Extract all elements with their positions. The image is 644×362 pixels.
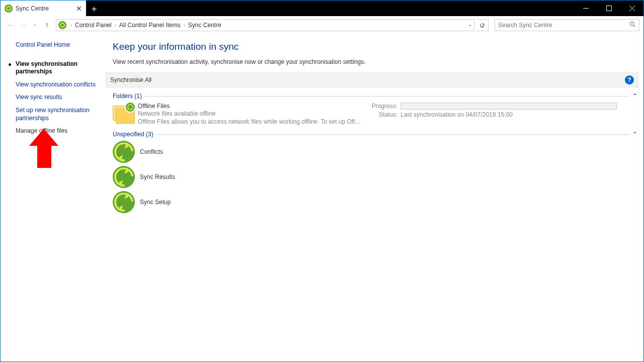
maximize-button[interactable] <box>597 1 620 16</box>
chevron-right-icon: › <box>182 23 187 28</box>
address-bar[interactable]: › Control Panel › All Control Panel Item… <box>56 19 474 31</box>
progress-label: Progress: <box>369 103 397 110</box>
content-panel: Keep your information in sync View recen… <box>101 34 643 361</box>
item-title: Offline Files <box>138 103 369 110</box>
svg-point-4 <box>630 22 634 26</box>
search-box[interactable] <box>495 19 639 31</box>
breadcrumb-item[interactable]: Control Panel <box>74 22 113 29</box>
address-row: ← → ▾ ↑ › Control Panel › All Control Pa… <box>1 16 643 34</box>
up-button[interactable]: ↑ <box>42 20 52 30</box>
sync-icon <box>113 166 135 188</box>
address-dropdown-icon[interactable]: ⌄ <box>468 22 472 27</box>
sync-icon <box>5 5 13 13</box>
group-header-unspecified: Unspecified (3) ⌃ <box>113 131 637 138</box>
sync-item-offline-files[interactable]: Offline Files Network files available of… <box>113 103 637 126</box>
help-icon[interactable]: ? <box>625 75 634 84</box>
back-button[interactable]: ← <box>6 20 16 30</box>
item-title: Sync Results <box>140 173 175 180</box>
item-description: Offline Files allows you to access netwo… <box>138 118 369 126</box>
sidebar-item-conflicts[interactable]: View synchronisation conflicts <box>9 81 97 89</box>
window-controls <box>574 1 643 16</box>
collapse-icon[interactable]: ⌃ <box>629 131 637 138</box>
close-window-button[interactable] <box>620 1 643 16</box>
chevron-right-icon: › <box>113 23 118 28</box>
toolbar: Synchronise All ? <box>106 72 638 87</box>
annotation-arrow <box>29 129 59 171</box>
synchronise-all-button[interactable]: Synchronise All <box>110 76 151 83</box>
status-value: Last synchronisation on 04/07/2019 15:00 <box>400 111 637 118</box>
divider <box>155 134 629 135</box>
minimize-button[interactable] <box>574 1 597 16</box>
titlebar: Sync Centre ✕ ＋ <box>1 1 643 16</box>
svg-rect-1 <box>606 6 611 11</box>
close-tab-icon[interactable]: ✕ <box>76 5 82 13</box>
sync-icon <box>113 141 135 163</box>
recent-locations-button[interactable]: ▾ <box>30 20 40 30</box>
sidebar-item-partnerships[interactable]: View synchronisation partnerships <box>9 60 97 76</box>
sync-item-setup[interactable]: Sync Setup <box>113 191 637 213</box>
forward-button[interactable]: → <box>18 20 28 30</box>
new-tab-button[interactable]: ＋ <box>86 1 102 16</box>
search-input[interactable] <box>498 22 629 29</box>
page-title: Keep your information in sync <box>113 41 637 52</box>
sync-icon <box>58 21 66 29</box>
sidebar: Control Panel Home View synchronisation … <box>1 34 101 361</box>
sync-item-conflicts[interactable]: Conflicts <box>113 141 637 163</box>
item-status-block: Progress: Status: Last synchronisation o… <box>369 103 637 118</box>
group-header-folders: Folders (1) ⌃ <box>113 93 637 100</box>
sync-icon <box>113 191 135 213</box>
tab-title: Sync Centre <box>16 5 49 12</box>
progress-bar <box>400 103 617 110</box>
breadcrumb-item[interactable]: Sync Centre <box>187 22 222 29</box>
offline-files-icon <box>113 103 135 125</box>
search-icon[interactable] <box>629 21 636 30</box>
sidebar-item-results[interactable]: View sync results <box>9 94 97 102</box>
sync-item-results[interactable]: Sync Results <box>113 166 637 188</box>
item-title: Sync Setup <box>140 199 171 206</box>
refresh-button[interactable] <box>476 19 489 31</box>
chevron-right-icon: › <box>68 23 74 28</box>
group-title[interactable]: Unspecified (3) <box>113 131 155 138</box>
divider <box>144 96 629 97</box>
group-title[interactable]: Folders (1) <box>113 93 144 100</box>
collapse-icon[interactable]: ⌃ <box>629 93 637 100</box>
item-subtitle: Network files available offline <box>138 110 369 118</box>
svg-line-5 <box>633 25 635 27</box>
breadcrumb-item[interactable]: All Control Panel Items <box>118 22 182 29</box>
sidebar-item-setup[interactable]: Set up new synchronisation partnerships <box>9 107 97 122</box>
body-area: Control Panel Home View synchronisation … <box>1 34 643 361</box>
page-subtitle: View recent synchronisation activity, sy… <box>113 58 637 65</box>
item-title: Conflicts <box>140 148 163 155</box>
browser-tab[interactable]: Sync Centre ✕ <box>1 1 86 16</box>
status-label: Status: <box>369 111 397 118</box>
sidebar-home[interactable]: Control Panel Home <box>9 41 97 49</box>
